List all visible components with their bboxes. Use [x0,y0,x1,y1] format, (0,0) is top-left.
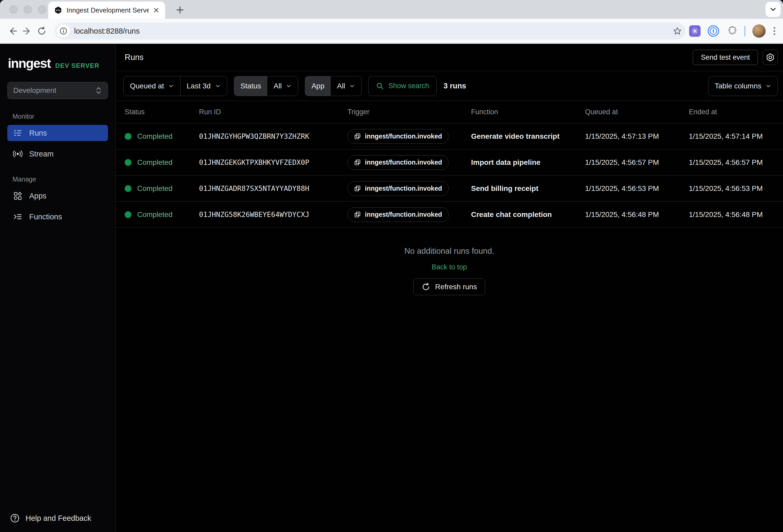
stream-icon [13,149,23,159]
time-field-filter: Queued at Last 3d [123,76,227,96]
copy-icon [354,133,361,140]
table-row[interactable]: Completed 01JHNZG58K26WBEYE64WYDYCXJ inn… [116,201,783,228]
runs-table-rows: Completed 01JHNZGYHGPW3QZBRN7Y3ZHZRK inn… [116,123,783,228]
tab-title: Inngest Development Server [66,6,149,14]
trigger-event-pill[interactable]: inngest/function.invoked [347,155,449,170]
status-filter-label: Status [234,76,268,96]
chevron-down-icon [215,83,221,89]
toolbar-divider [744,26,746,36]
status-filter-value[interactable]: All [268,76,298,96]
zoom-window-button[interactable] [38,5,46,13]
window-controls [9,5,46,13]
refresh-runs-button[interactable]: Refresh runs [413,279,485,295]
trigger-event-pill[interactable]: inngest/function.invoked [347,207,449,222]
browser-menu-icon[interactable] [773,25,776,37]
profile-avatar[interactable] [752,24,766,38]
reload-button[interactable] [34,24,49,38]
run-id[interactable]: 01JHNZGYHGPW3QZBRN7Y3ZHZRK [199,132,347,140]
forward-button[interactable] [20,24,34,38]
queued-at-timestamp: 1/15/2025, 4:57:13 PM [585,132,689,140]
column-header-run-id: Run ID [199,108,347,116]
sidebar-item-runs[interactable]: Runs [7,125,108,141]
run-status-cell: Completed [125,132,199,140]
table-columns-dropdown[interactable]: Table columns [708,76,778,96]
url-text[interactable]: localhost:8288/runs [74,27,673,35]
minimize-window-button[interactable] [24,5,32,13]
trigger-event-pill[interactable]: inngest/function.invoked [347,181,449,196]
app-filter-value-text: All [337,82,345,90]
browser-tab[interactable]: Inngest Development Server [48,2,165,19]
app-filter[interactable]: App All [305,76,362,96]
status-text: Completed [137,158,173,167]
runs-table-header: Status Run ID Trigger Function Queued at… [116,101,783,123]
select-updown-icon [95,87,102,94]
sidebar-item-stream[interactable]: Stream [7,146,108,162]
table-row[interactable]: Completed 01JHNZGADR87SX5NTAYYADY88H inn… [116,176,783,201]
tab-search-button[interactable] [765,2,781,17]
browser-extensions-area [689,24,778,38]
time-range-select[interactable]: Last 3d [181,76,227,96]
bookmark-star-icon[interactable] [673,27,682,35]
table-row[interactable]: Completed 01JHNZGEKGKTPXBHKYVFZEDX0P inn… [116,150,783,176]
status-completed-dot-icon [125,133,131,140]
site-info-icon[interactable] [57,25,70,37]
run-status-cell: Completed [125,184,199,193]
functions-icon [13,212,23,221]
trigger-event-name: inngest/function.invoked [365,211,442,218]
sidebar-item-label: Runs [29,129,47,137]
ended-at-timestamp: 1/15/2025, 4:56:48 PM [689,211,783,219]
run-id[interactable]: 01JHNZG58K26WBEYE64WYDYCXJ [199,211,347,219]
close-window-button[interactable] [9,5,18,13]
table-row[interactable]: Completed 01JHNZGYHGPW3QZBRN7Y3ZHZRK inn… [116,123,783,150]
show-search-button[interactable]: Show search [368,76,437,96]
no-additional-runs-message: No additional runs found. [404,246,494,256]
run-status-cell: Completed [125,158,199,167]
extension-icon[interactable] [689,25,700,37]
chevron-down-icon [349,83,355,89]
app-filter-value[interactable]: All [331,76,361,96]
close-tab-icon[interactable] [153,7,159,13]
logo: inngest DEV SERVER [8,56,115,71]
function-name[interactable]: Import data pipeline [471,158,585,167]
back-to-top-link[interactable]: Back to top [432,263,467,271]
trigger-event-pill[interactable]: inngest/function.invoked [347,129,449,144]
password-manager-icon[interactable] [707,25,719,37]
new-tab-button[interactable] [174,4,186,15]
sidebar-item-apps[interactable]: Apps [7,188,108,204]
environment-select[interactable]: Development [7,82,108,99]
run-id[interactable]: 01JHNZGADR87SX5NTAYYADY88H [199,184,347,192]
run-status-cell: Completed [125,211,199,219]
status-completed-dot-icon [125,159,131,166]
trigger-event-name: inngest/function.invoked [365,132,442,140]
function-name[interactable]: Send billing receipt [471,184,585,193]
sidebar-item-functions[interactable]: Functions [7,209,108,225]
status-completed-dot-icon [125,185,131,192]
browser-tab-strip: Inngest Development Server [0,0,783,19]
column-header-ended-at: Ended at [689,108,783,116]
function-name[interactable]: Generate video transcript [471,132,585,140]
empty-state: No additional runs found. Back to top Re… [116,228,783,295]
extensions-puzzle-icon[interactable] [726,25,738,37]
status-text: Completed [137,132,173,140]
inngest-logo: inngest [8,56,51,71]
runs-count: 3 runs [443,82,466,90]
ended-at-timestamp: 1/15/2025, 4:56:53 PM [689,184,783,193]
chevron-down-icon [765,83,771,89]
address-bar[interactable]: localhost:8288/runs [55,23,685,39]
send-test-event-button[interactable]: Send test event [693,50,758,65]
page-header: Runs Send test event [116,44,783,71]
browser-toolbar: localhost:8288/runs [0,19,783,44]
help-and-feedback[interactable]: Help and Feedback [0,513,115,532]
chevron-down-icon [286,83,292,89]
apps-icon [13,191,23,200]
status-filter[interactable]: Status All [234,76,299,96]
function-name[interactable]: Create chat completion [471,211,585,219]
settings-button[interactable] [763,50,778,65]
settings-hexagon-icon [765,53,775,62]
time-range-label: Last 3d [187,82,211,90]
table-columns-label: Table columns [715,82,761,90]
back-button[interactable] [5,24,20,38]
show-search-label: Show search [388,82,429,90]
run-id[interactable]: 01JHNZGEKGKTPXBHKYVFZEDX0P [199,158,347,166]
time-field-select[interactable]: Queued at [124,76,180,96]
